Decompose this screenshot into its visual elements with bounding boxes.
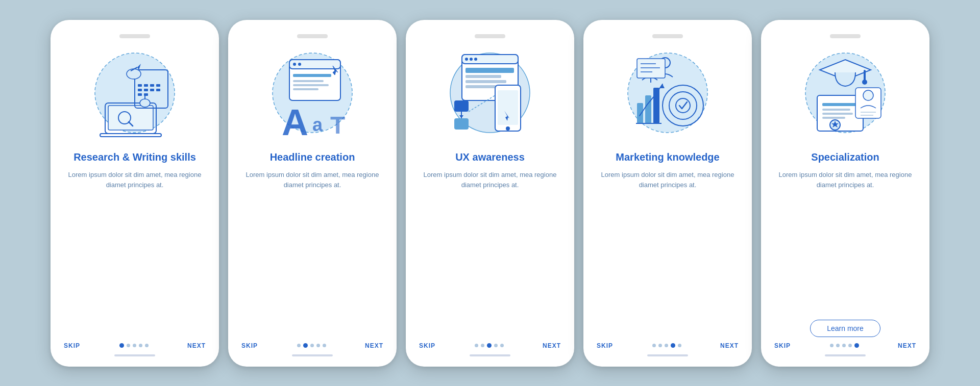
phone-nav-5: SKIP NEXT	[772, 342, 918, 349]
phone-nav-4: SKIP NEXT	[595, 342, 741, 349]
dot-2-2	[303, 343, 308, 348]
phone-bar-1	[114, 354, 155, 356]
svg-rect-10	[156, 84, 160, 87]
dot-2-5	[323, 344, 326, 347]
dot-5-2	[836, 344, 840, 347]
dot-5-5	[854, 343, 859, 348]
phone-notch-2	[297, 34, 328, 38]
illustration-marketing	[622, 43, 714, 145]
svg-point-74	[862, 80, 867, 85]
dot-1-5	[145, 344, 149, 347]
svg-point-25	[293, 63, 296, 66]
skip-button-1[interactable]: SKIP	[64, 342, 80, 349]
svg-rect-14	[156, 89, 160, 91]
svg-text:T: T	[330, 112, 345, 139]
svg-rect-66	[637, 59, 665, 78]
phone-headline: A a T Headline creation Lorem ipsum dolo…	[228, 20, 397, 367]
phone-specialization: Specialization Lorem ipsum dolor sit dim…	[761, 20, 929, 367]
phone-title-4: Marketing knowledge	[616, 150, 719, 164]
phone-nav-2: SKIP NEXT	[239, 342, 385, 349]
skip-button-2[interactable]: SKIP	[241, 342, 258, 349]
svg-rect-50	[454, 118, 469, 130]
phone-ux: UX awareness Lorem ipsum dolor sit dim a…	[406, 20, 574, 367]
svg-text:a: a	[312, 114, 323, 135]
phone-nav-3: SKIP NEXT	[417, 342, 563, 349]
phone-bar-2	[292, 354, 333, 356]
phone-bar-4	[647, 354, 688, 356]
svg-rect-27	[293, 74, 331, 77]
svg-rect-28	[293, 80, 324, 82]
svg-rect-42	[465, 68, 514, 73]
svg-rect-59	[637, 103, 643, 123]
svg-rect-9	[150, 84, 154, 87]
dot-1-3	[133, 344, 136, 347]
svg-text:A: A	[282, 102, 308, 143]
dot-1-4	[139, 344, 142, 347]
svg-rect-3	[100, 134, 161, 137]
svg-rect-78	[822, 113, 853, 115]
dot-3-5	[500, 344, 504, 347]
skip-button-5[interactable]: SKIP	[774, 342, 791, 349]
dot-5-3	[842, 344, 846, 347]
phone-desc-5: Lorem ipsum dolor sit dim amet, mea regi…	[772, 170, 918, 313]
illustration-research-writing	[89, 43, 181, 145]
dot-1-2	[127, 344, 130, 347]
svg-rect-11	[138, 89, 142, 91]
illustration-ux	[444, 43, 536, 145]
svg-point-48	[506, 126, 510, 131]
next-button-1[interactable]: NEXT	[187, 342, 206, 349]
svg-rect-7	[138, 84, 142, 87]
next-button-4[interactable]: NEXT	[720, 342, 739, 349]
phone-desc-4: Lorem ipsum dolor sit dim amet, mea regi…	[595, 170, 741, 335]
dot-1-1	[119, 343, 124, 348]
svg-point-39	[465, 58, 468, 61]
dot-3-4	[494, 344, 498, 347]
svg-rect-79	[822, 117, 845, 119]
next-button-3[interactable]: NEXT	[543, 342, 561, 349]
phone-notch-5	[830, 34, 861, 38]
svg-point-41	[474, 58, 477, 61]
phone-title-1: Research & Writing skills	[74, 150, 196, 164]
phone-title-3: UX awareness	[455, 150, 525, 164]
svg-rect-49	[454, 100, 469, 112]
phones-container: Research & Writing skills Lorem ipsum do…	[51, 20, 929, 367]
svg-point-26	[298, 63, 301, 66]
svg-rect-47	[498, 90, 518, 125]
phone-notch	[119, 34, 150, 38]
dot-4-3	[665, 344, 668, 347]
skip-button-3[interactable]: SKIP	[419, 342, 435, 349]
phone-title-5: Specialization	[811, 150, 879, 164]
dot-4-5	[678, 344, 681, 347]
svg-point-40	[470, 58, 473, 61]
dots-5	[830, 343, 859, 348]
svg-rect-24	[289, 60, 340, 69]
phone-marketing: Marketing knowledge Lorem ipsum dolor si…	[583, 20, 752, 367]
svg-rect-15	[138, 93, 142, 96]
svg-rect-43	[465, 75, 501, 78]
dot-3-2	[481, 344, 484, 347]
svg-rect-8	[144, 84, 148, 87]
learn-more-button[interactable]: Learn more	[810, 320, 880, 337]
svg-point-58	[676, 98, 690, 113]
next-button-5[interactable]: NEXT	[898, 342, 916, 349]
svg-rect-45	[465, 85, 496, 88]
svg-rect-44	[465, 80, 506, 83]
dots-2	[297, 343, 326, 348]
svg-rect-77	[822, 109, 850, 111]
next-button-2[interactable]: NEXT	[365, 342, 383, 349]
skip-button-4[interactable]: SKIP	[597, 342, 613, 349]
dots-1	[119, 343, 149, 348]
dot-3-3	[487, 343, 492, 348]
svg-point-83	[863, 90, 873, 100]
dot-4-4	[671, 343, 675, 348]
phone-desc-2: Lorem ipsum dolor sit dim amet, mea regi…	[239, 170, 385, 335]
svg-rect-29	[293, 84, 329, 86]
svg-point-20	[140, 99, 150, 107]
svg-rect-13	[150, 89, 154, 91]
svg-rect-12	[144, 89, 148, 91]
dot-2-4	[316, 344, 320, 347]
phone-title-2: Headline creation	[270, 150, 355, 164]
svg-rect-73	[864, 70, 866, 81]
phone-notch-3	[475, 34, 505, 38]
svg-point-17	[127, 69, 141, 79]
